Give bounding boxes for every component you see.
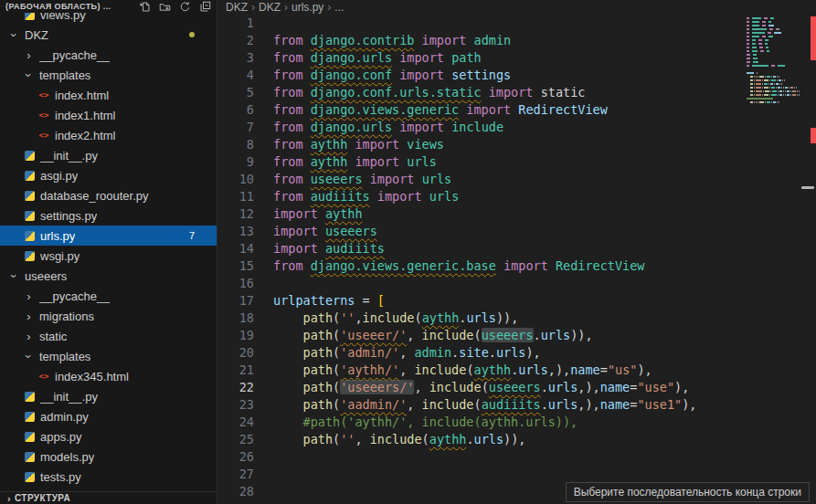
code-line[interactable]: 16 [217, 275, 816, 292]
tree-file-wsgi-py[interactable]: wsgi.py [0, 246, 217, 266]
code-line[interactable]: 21 path('aythh/', include(aythh.urls,),n… [217, 362, 816, 379]
line-text: path('', include(aythh.urls)), [254, 431, 525, 448]
explorer-section-header: (РАБОЧАЯ ОБЛАСТЬ) ... [0, 0, 217, 13]
tree-file-apps-py[interactable]: apps.py [0, 426, 217, 446]
code-line[interactable]: 27 [217, 466, 816, 483]
line-text [254, 483, 273, 500]
code-line[interactable]: 5from django.conf.urls.static import sta… [217, 84, 816, 101]
line-number: 20 [217, 344, 254, 362]
line-number: 7 [217, 119, 254, 136]
tree-folder-templates[interactable]: ›templates [0, 346, 217, 366]
code-line[interactable]: 26 [217, 448, 816, 466]
tree-file-models-py[interactable]: models.py [0, 446, 217, 467]
code-line[interactable]: 1 [217, 15, 816, 32]
collapse-all-icon[interactable] [199, 1, 211, 13]
tree-folder-migrations[interactable]: ›migrations [0, 306, 217, 326]
code-line[interactable]: 10from useeers import urls [217, 171, 816, 188]
code-line[interactable]: 19 path('useeer/', include(useeers.urls)… [217, 327, 816, 344]
tree-file-settings-py[interactable]: settings.py [0, 205, 217, 226]
tree-file-init-py[interactable]: __init__.py [0, 145, 217, 165]
code-line[interactable]: 24 #path('aythh/', include(aythh.urls)), [217, 414, 816, 431]
code-line[interactable]: 20 path('admin/', admin.site.urls), [217, 344, 816, 362]
tree-folder-useeers[interactable]: ›useeers [0, 266, 217, 286]
line-number: 8 [217, 136, 254, 153]
breadcrumb-item[interactable]: DKZ [226, 1, 248, 14]
tree-item-label: __init__.py [40, 390, 98, 404]
tree-item-label: asgi.py [40, 169, 78, 183]
breadcrumb-item[interactable]: urls.py [291, 1, 323, 14]
minimap[interactable] [747, 13, 805, 115]
code-line[interactable]: 6from django.views.generic import Redire… [217, 101, 816, 119]
line-number: 2 [217, 32, 254, 49]
line-number: 9 [217, 153, 254, 171]
tree-item-label: index345.html [55, 370, 129, 383]
tree-file-init-py[interactable]: __init__.py [0, 386, 217, 406]
code-line[interactable]: 22 path('useeers/', include(useeers.urls… [217, 379, 816, 396]
code-area[interactable]: 12from django.contrib import admin3from … [217, 15, 816, 500]
tree-folder-templates[interactable]: ›templates [0, 65, 217, 85]
code-line[interactable]: 4from django.conf import settings [217, 67, 816, 84]
tree-file-admin-py[interactable]: admin.py [0, 406, 217, 426]
file-tree: views.py›DKZ›__pycache__›templates<>inde… [0, 5, 217, 487]
line-text: #path('aythh/', include(aythh.urls)), [254, 414, 578, 431]
refresh-icon[interactable] [179, 1, 191, 13]
tree-folder-pycache[interactable]: ›__pycache__ [0, 45, 217, 65]
tree-file-index345-html[interactable]: <>index345.html [0, 366, 217, 386]
tree-folder-dkz[interactable]: ›DKZ [0, 25, 217, 45]
line-text: from aythh import views [254, 136, 444, 153]
tree-file-index2-html[interactable]: <>index2.html [0, 125, 217, 145]
new-folder-icon[interactable] [159, 1, 171, 13]
python-file-icon [22, 432, 37, 442]
code-line[interactable]: 2from django.contrib import admin [217, 32, 816, 49]
code-line[interactable]: 14import audiiits [217, 240, 816, 257]
tree-item-label: urls.py [40, 229, 75, 243]
line-number: 15 [217, 257, 254, 275]
code-line[interactable]: 13import useeers [217, 223, 816, 240]
code-line[interactable]: 11from audiiits import urls [217, 188, 816, 205]
tree-item-label: admin.py [40, 410, 89, 424]
breadcrumb-item[interactable]: DKZ [259, 1, 281, 14]
code-line[interactable]: 12import aythh [217, 205, 816, 223]
folder-chevron-icon: › [22, 330, 36, 343]
tree-item-label: models.py [40, 450, 94, 464]
tree-file-index-html[interactable]: <>index.html [0, 85, 217, 105]
explorer-actions [139, 1, 211, 13]
outline-section-header[interactable]: › СТРУКТУРА [0, 491, 217, 504]
code-line[interactable]: 23 path('aadmin/', include(audiiits.urls… [217, 396, 816, 414]
chevron-right-icon: › [4, 493, 15, 504]
code-line[interactable]: 25 path('', include(aythh.urls)), [217, 431, 816, 448]
tree-file-database-roouter-py[interactable]: database_roouter.py [0, 185, 217, 205]
tree-file-urls-py[interactable]: urls.py7 [0, 226, 217, 246]
breadcrumb-item[interactable]: ... [334, 1, 344, 14]
line-text [254, 466, 273, 483]
tree-item-label: __init__.py [40, 149, 98, 163]
folder-chevron-icon: › [22, 310, 36, 323]
code-line[interactable]: 7from django.urls import include [217, 119, 816, 136]
overview-ruler-error-mark [811, 128, 816, 143]
html-file-icon: <> [37, 372, 51, 381]
html-file-icon: <> [37, 90, 51, 100]
tree-item-label: database_roouter.py [40, 189, 149, 203]
code-line[interactable]: 8from aythh import views [217, 136, 816, 153]
code-line[interactable]: 3from django.urls import path [217, 49, 816, 67]
new-file-icon[interactable] [139, 1, 151, 13]
tree-folder-static[interactable]: ›static [0, 326, 217, 346]
code-line[interactable]: 18 path('',include(aythh.urls)), [217, 310, 816, 327]
folder-chevron-icon: › [22, 289, 36, 303]
line-text: import audiiits [254, 240, 385, 257]
line-number: 24 [217, 414, 254, 431]
scrollbar-handle[interactable] [801, 186, 814, 189]
code-line[interactable]: 15from django.views.generic.base import … [217, 257, 816, 275]
python-file-icon [22, 191, 37, 201]
tree-file-index1-html[interactable]: <>index1.html [0, 105, 217, 125]
tree-file-asgi-py[interactable]: asgi.py [0, 165, 217, 185]
tree-file-tests-py[interactable]: tests.py [0, 467, 217, 487]
code-line[interactable]: 17urlpatterns = [ [217, 292, 816, 310]
workspace-title: (РАБОЧАЯ ОБЛАСТЬ) ... [5, 2, 139, 11]
line-text: from django.conf import settings [254, 67, 511, 84]
code-line[interactable]: 9from aythh import urls [217, 153, 816, 171]
line-number: 22 [217, 379, 254, 396]
line-text: from django.contrib import admin [254, 32, 511, 49]
tree-folder-pycache[interactable]: ›__pycache__ [0, 286, 217, 306]
outline-section-label: СТРУКТУРА [15, 493, 70, 503]
